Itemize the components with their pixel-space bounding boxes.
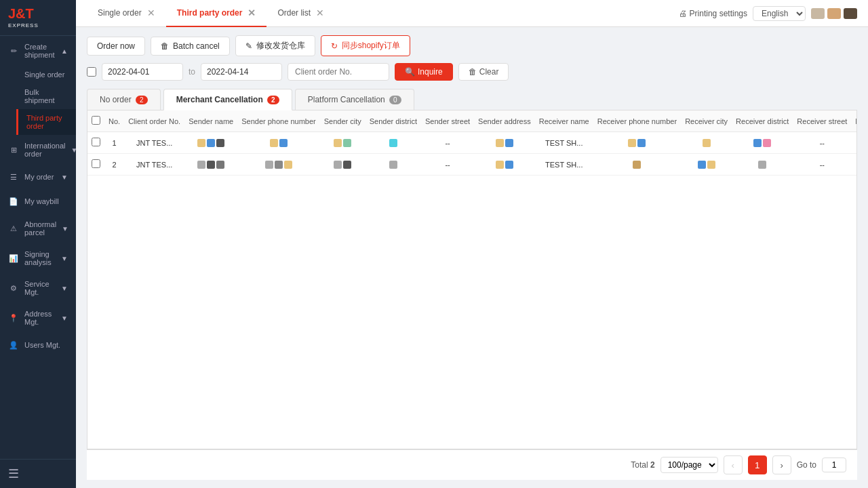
sidebar-item-address-mgt[interactable]: 📍 Address Mgt. ▼ bbox=[0, 303, 76, 333]
col-receiver-street: Receiver street bbox=[793, 110, 851, 132]
col-receiver-address: Receiver address bbox=[851, 110, 857, 132]
collapse-button[interactable]: ☰ bbox=[8, 467, 19, 481]
per-page-select[interactable]: 100/page bbox=[660, 457, 718, 473]
client-order-search-input[interactable] bbox=[288, 63, 389, 81]
main-content: Single order ✕ Third party order ✕ Order… bbox=[76, 0, 868, 488]
sidebar-item-users-mgt[interactable]: 👤 Users Mgt. bbox=[0, 333, 76, 357]
row-client-order-1: JNT TES... bbox=[124, 154, 184, 176]
row-sender-name-1 bbox=[184, 154, 237, 176]
row-client-order-0: JNT TES... bbox=[124, 132, 184, 154]
date-to-input[interactable] bbox=[201, 63, 282, 81]
row-checkbox-1[interactable] bbox=[87, 154, 104, 176]
row-sender-address-0 bbox=[474, 132, 535, 154]
chevron-icon-3: ▼ bbox=[62, 225, 68, 232]
clear-button[interactable]: 🗑 Clear bbox=[458, 63, 509, 81]
service-icon: ⚙ bbox=[8, 283, 19, 293]
orders-table-wrap: No. Client order No. Sender name Sender … bbox=[87, 110, 857, 449]
sidebar-item-create-shipment[interactable]: ✏ Create shipment ▲ bbox=[0, 36, 76, 66]
address-icon: 📍 bbox=[8, 312, 19, 323]
goto-input[interactable] bbox=[822, 458, 846, 472]
modify-warehouse-button[interactable]: ✎ 修改发货仓库 bbox=[235, 35, 315, 56]
users-icon: 👤 bbox=[8, 340, 19, 350]
sidebar-item-signing-analysis[interactable]: 📊 Signing analysis ▼ bbox=[0, 243, 76, 273]
sidebar-item-third-party-order[interactable]: Third party order bbox=[16, 109, 76, 135]
print-icon: 🖨 bbox=[679, 9, 687, 18]
col-receiver-name: Receiver name bbox=[535, 110, 593, 132]
row-no-0: 1 bbox=[104, 132, 124, 154]
tab-close-order-list[interactable]: ✕ bbox=[316, 7, 324, 18]
row-receiver-city-1 bbox=[681, 154, 732, 176]
page-1-button[interactable]: 1 bbox=[748, 455, 767, 474]
row-receiver-phone-0 bbox=[593, 132, 681, 154]
sidebar-item-abnormal-parcel[interactable]: ⚠ Abnormal parcel ▼ bbox=[0, 214, 76, 243]
tab-platform-cancellation[interactable]: Platform Cancellation 0 bbox=[295, 89, 414, 110]
row-sender-address-1 bbox=[474, 154, 535, 176]
col-receiver-district: Receiver district bbox=[732, 110, 793, 132]
row-checkbox-0[interactable] bbox=[87, 132, 104, 154]
prev-page-button[interactable]: ‹ bbox=[724, 455, 743, 474]
color-dot-2[interactable] bbox=[827, 8, 841, 19]
row-receiver-name-0: TEST SH... bbox=[535, 132, 593, 154]
row-sender-name-0 bbox=[184, 132, 237, 154]
color-dot-1[interactable] bbox=[811, 8, 825, 19]
language-select[interactable]: English bbox=[753, 6, 806, 21]
tab-single-order[interactable]: Single order ✕ bbox=[87, 0, 166, 27]
col-receiver-city: Receiver city bbox=[681, 110, 732, 132]
row-receiver-address-1 bbox=[851, 154, 857, 176]
order-now-button[interactable]: Order now bbox=[87, 37, 145, 56]
sidebar-item-bulk-shipment[interactable]: Bulk shipment bbox=[16, 83, 76, 109]
sidebar-item-my-waybill[interactable]: 📄 My waybill bbox=[0, 189, 76, 214]
next-page-button[interactable]: › bbox=[772, 455, 791, 474]
trash-icon: 🗑 bbox=[161, 41, 169, 51]
row-receiver-street-0: -- bbox=[793, 132, 851, 154]
goto-label: Go to bbox=[797, 460, 816, 470]
page-content: Order now 🗑 Batch cancel ✎ 修改发货仓库 ↻ 同步sh… bbox=[76, 27, 868, 488]
sidebar-item-single-order[interactable]: Single order bbox=[16, 66, 76, 83]
sidebar-item-service-mgt[interactable]: ⚙ Service Mgt. ▼ bbox=[0, 273, 76, 303]
row-receiver-name-1: TEST SH... bbox=[535, 154, 593, 176]
chevron-icon: ▲ bbox=[61, 47, 68, 55]
tab-close-single-order[interactable]: ✕ bbox=[147, 7, 155, 18]
create-shipment-icon: ✏ bbox=[8, 45, 19, 56]
total-label: Total 2 bbox=[631, 460, 654, 470]
filter-checkbox[interactable] bbox=[87, 67, 96, 77]
row-sender-street-0: -- bbox=[421, 132, 474, 154]
col-sender-phone: Sender phone number bbox=[237, 110, 319, 132]
batch-cancel-button[interactable]: 🗑 Batch cancel bbox=[151, 37, 230, 56]
tab-order-list[interactable]: Order list ✕ bbox=[267, 0, 335, 27]
sidebar-menu: ✏ Create shipment ▲ Single order Bulk sh… bbox=[0, 36, 76, 459]
chevron-down-icon: ▼ bbox=[71, 146, 76, 154]
orders-table: No. Client order No. Sender name Sender … bbox=[87, 110, 857, 176]
row-sender-city-0 bbox=[320, 132, 366, 154]
color-theme-dots bbox=[811, 8, 857, 19]
my-order-icon: ☰ bbox=[8, 171, 19, 182]
select-all-checkbox[interactable] bbox=[92, 116, 100, 125]
abnormal-icon: ⚠ bbox=[8, 223, 19, 234]
date-separator: to bbox=[189, 67, 195, 77]
row-sender-district-0 bbox=[366, 132, 421, 154]
inquire-button[interactable]: 🔍 Inquire bbox=[395, 63, 453, 81]
tab-third-party-order[interactable]: Third party order ✕ bbox=[166, 0, 267, 27]
row-no-1: 2 bbox=[104, 154, 124, 176]
tab-close-third-party-order[interactable]: ✕ bbox=[248, 7, 256, 18]
signing-icon: 📊 bbox=[8, 253, 19, 264]
clear-icon: 🗑 bbox=[469, 67, 477, 77]
tab-bar: Single order ✕ Third party order ✕ Order… bbox=[76, 0, 868, 27]
sidebar-item-my-order[interactable]: ☰ My order ▼ bbox=[0, 165, 76, 189]
tab-no-order[interactable]: No order 2 bbox=[87, 89, 161, 110]
sidebar-item-international-order[interactable]: ⊞ International order ▼ bbox=[0, 135, 76, 165]
row-receiver-city-0 bbox=[681, 132, 732, 154]
col-client-order: Client order No. bbox=[124, 110, 184, 132]
table-row: 1 JNT TES... -- TEST SH... -- .. 邮代 View bbox=[87, 132, 857, 154]
color-dot-3[interactable] bbox=[844, 8, 857, 19]
print-settings-button[interactable]: 🖨 Printing settings bbox=[679, 9, 747, 18]
col-sender-district: Sender district bbox=[366, 110, 421, 132]
row-receiver-district-1 bbox=[732, 154, 793, 176]
tab-merchant-cancellation[interactable]: Merchant Cancellation 2 bbox=[163, 89, 292, 110]
chevron-icon-5: ▼ bbox=[61, 285, 68, 292]
sync-shopify-button[interactable]: ↻ 同步shopify订单 bbox=[321, 35, 410, 56]
row-receiver-phone-1 bbox=[593, 154, 681, 176]
row-sender-phone-0 bbox=[237, 132, 319, 154]
row-receiver-street-1: -- bbox=[793, 154, 851, 176]
date-from-input[interactable] bbox=[102, 63, 183, 81]
